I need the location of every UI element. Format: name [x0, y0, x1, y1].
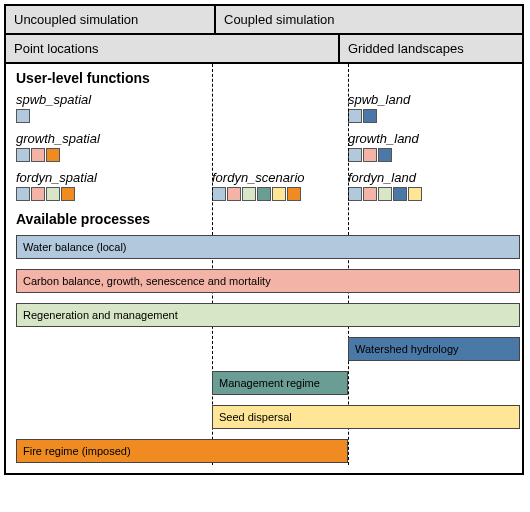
- function-name: fordyn_land: [348, 170, 512, 185]
- swatch-row: [348, 187, 512, 201]
- swatch-regen: [242, 187, 256, 201]
- swatch-seed: [408, 187, 422, 201]
- swatch-row: [16, 109, 212, 123]
- swatch-row: [16, 148, 212, 162]
- swatch-watershed: [393, 187, 407, 201]
- swatch-water: [348, 109, 362, 123]
- divider-1: [212, 64, 213, 235]
- hdr-coupled: Coupled simulation: [214, 6, 522, 35]
- function-name: fordyn_spatial: [16, 170, 212, 185]
- process-bar: Carbon balance, growth, senescence and m…: [16, 269, 520, 293]
- process-bar: Fire regime (imposed): [16, 439, 348, 463]
- swatch-carbon: [227, 187, 241, 201]
- function-entry: spwb_land: [348, 88, 512, 125]
- swatch-watershed: [363, 109, 377, 123]
- function-name: growth_land: [348, 131, 512, 146]
- function-name: growth_spatial: [16, 131, 212, 146]
- process-bar: Seed dispersal: [212, 405, 520, 429]
- header-row-1: Uncoupled simulation Coupled simulation: [6, 6, 522, 35]
- function-name: fordyn_scenario: [212, 170, 348, 185]
- processes-area: Water balance (local)Carbon balance, gro…: [6, 235, 522, 473]
- swatch-water: [212, 187, 226, 201]
- swatch-water: [348, 148, 362, 162]
- col-uncoupled-point: spwb_spatialgrowth_spatialfordyn_spatial: [16, 88, 212, 203]
- swatch-mgmt: [257, 187, 271, 201]
- swatch-seed: [272, 187, 286, 201]
- process-bar: Regeneration and management: [16, 303, 520, 327]
- function-entry: growth_spatial: [16, 127, 212, 164]
- user-functions-title: User-level functions: [16, 70, 512, 86]
- swatch-regen: [46, 187, 60, 201]
- swatch-row: [16, 187, 212, 201]
- divider-2: [348, 64, 349, 235]
- swatch-fire: [61, 187, 75, 201]
- processes-title: Available processes: [16, 211, 512, 227]
- swatch-water: [16, 187, 30, 201]
- hdr-gridded: Gridded landscapes: [338, 35, 522, 62]
- swatch-regen: [378, 187, 392, 201]
- col-coupled-point: fordyn_scenario: [212, 88, 348, 203]
- function-entry: fordyn_land: [348, 166, 512, 203]
- swatch-carbon: [31, 187, 45, 201]
- process-bar: Water balance (local): [16, 235, 520, 259]
- function-name: spwb_spatial: [16, 92, 212, 107]
- function-entry: fordyn_scenario: [212, 166, 348, 203]
- col-gridded: spwb_landgrowth_landfordyn_land: [348, 88, 512, 203]
- swatch-fire: [287, 187, 301, 201]
- swatch-water: [16, 148, 30, 162]
- header-row-2: Point locations Gridded landscapes: [6, 35, 522, 64]
- process-bar: Watershed hydrology: [348, 337, 520, 361]
- swatch-fire: [46, 148, 60, 162]
- swatch-carbon: [31, 148, 45, 162]
- swatch-carbon: [363, 187, 377, 201]
- function-name: spwb_land: [348, 92, 512, 107]
- function-entry: fordyn_spatial: [16, 166, 212, 203]
- function-entry: spwb_spatial: [16, 88, 212, 125]
- function-entry: growth_land: [348, 127, 512, 164]
- functions-body: User-level functions spwb_spatialgrowth_…: [6, 64, 522, 235]
- swatch-row: [212, 187, 348, 201]
- hdr-uncoupled: Uncoupled simulation: [6, 6, 214, 35]
- diagram-frame: Uncoupled simulation Coupled simulation …: [4, 4, 524, 475]
- swatch-water: [348, 187, 362, 201]
- swatch-row: [348, 148, 512, 162]
- process-bar: Management regime: [212, 371, 348, 395]
- swatch-carbon: [363, 148, 377, 162]
- process-bars: Water balance (local)Carbon balance, gro…: [16, 235, 520, 467]
- hdr-point: Point locations: [6, 35, 338, 62]
- swatch-water: [16, 109, 30, 123]
- swatch-watershed: [378, 148, 392, 162]
- swatch-row: [348, 109, 512, 123]
